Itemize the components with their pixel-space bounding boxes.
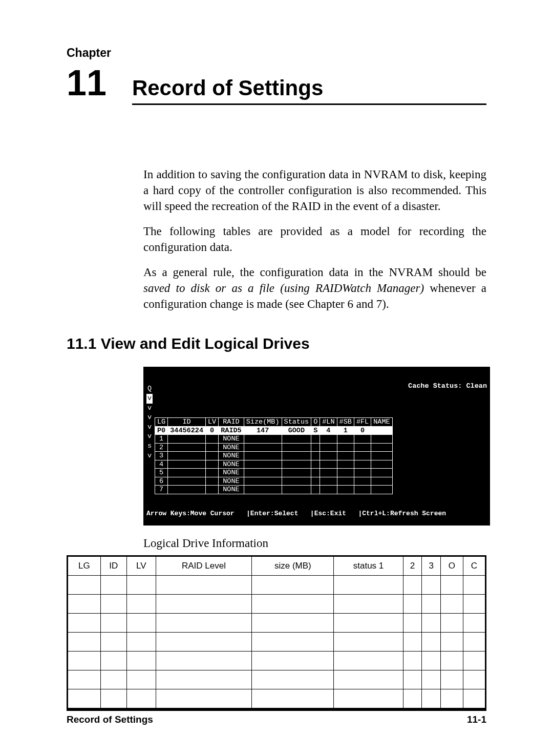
cache-status: Cache Status: Clean bbox=[146, 383, 487, 390]
terminal-cell: 0 bbox=[354, 426, 371, 435]
terminal-cell: 1 bbox=[337, 426, 354, 435]
terminal-screenshot: Cache Status: Clean Qvvvvvsv LGIDLVRAIDS… bbox=[143, 367, 490, 526]
terminal-cell bbox=[371, 477, 392, 486]
record-cell bbox=[127, 652, 156, 670]
record-table: LGIDLVRAID Levelsize (MB)status 123OC bbox=[67, 555, 486, 709]
record-cell bbox=[100, 614, 126, 633]
terminal-col-header: O bbox=[311, 418, 320, 427]
record-cell bbox=[100, 652, 126, 670]
record-cell bbox=[156, 633, 252, 652]
record-cell bbox=[68, 670, 101, 689]
terminal-cell bbox=[371, 486, 392, 494]
record-col-header: O bbox=[440, 556, 463, 576]
chapter-label: Chapter bbox=[67, 46, 486, 60]
record-cell bbox=[252, 652, 334, 670]
record-row bbox=[68, 614, 486, 633]
record-cell bbox=[403, 652, 422, 670]
record-cell bbox=[463, 595, 485, 614]
terminal-side-column: Qvvvvvsv bbox=[146, 384, 153, 460]
terminal-cell: 34456224 bbox=[168, 426, 206, 435]
terminal-cell: NONE bbox=[219, 486, 244, 494]
terminal-cell bbox=[282, 477, 311, 486]
terminal-cell bbox=[371, 435, 392, 444]
record-cell bbox=[440, 595, 463, 614]
record-cell bbox=[156, 595, 252, 614]
record-row bbox=[68, 633, 486, 652]
paragraph-1: In addition to saving the configuration … bbox=[143, 166, 486, 214]
terminal-cell bbox=[311, 460, 320, 469]
terminal-row: 2NONE bbox=[155, 443, 393, 452]
record-cell bbox=[127, 670, 156, 689]
terminal-cell bbox=[168, 435, 206, 444]
record-cell bbox=[440, 576, 463, 595]
chapter-number: 11 bbox=[67, 65, 107, 101]
terminal-cell bbox=[337, 469, 354, 477]
record-cell bbox=[100, 595, 126, 614]
terminal-cell bbox=[311, 469, 320, 477]
terminal-cell bbox=[168, 477, 206, 486]
terminal-cell bbox=[244, 452, 282, 460]
record-row bbox=[68, 670, 486, 689]
record-col-header: 2 bbox=[403, 556, 422, 576]
terminal-cell bbox=[354, 477, 371, 486]
record-cell bbox=[422, 614, 441, 633]
terminal-row: 4NONE bbox=[155, 460, 393, 469]
terminal-row: 3NONE bbox=[155, 452, 393, 460]
terminal-cell bbox=[244, 486, 282, 494]
record-cell bbox=[422, 689, 441, 709]
terminal-cell bbox=[337, 443, 354, 452]
record-cell bbox=[68, 614, 101, 633]
record-cell bbox=[422, 652, 441, 670]
terminal-cell: 4 bbox=[155, 460, 168, 469]
record-col-header: LG bbox=[68, 556, 101, 576]
terminal-col-header: #FL bbox=[354, 418, 371, 427]
record-cell bbox=[403, 689, 422, 709]
terminal-cell bbox=[311, 477, 320, 486]
record-row bbox=[68, 595, 486, 614]
terminal-cell: 0 bbox=[206, 426, 219, 435]
terminal-cell bbox=[206, 460, 219, 469]
chapter-header-row: 11 Record of Settings bbox=[67, 65, 486, 105]
record-cell bbox=[127, 595, 156, 614]
record-cell bbox=[334, 652, 403, 670]
terminal-side-letter: v bbox=[146, 451, 153, 461]
terminal-cell bbox=[244, 435, 282, 444]
terminal-row: 1NONE bbox=[155, 435, 393, 444]
record-cell bbox=[127, 633, 156, 652]
terminal-cell bbox=[311, 452, 320, 460]
terminal-cell bbox=[320, 443, 337, 452]
terminal-cell bbox=[168, 452, 206, 460]
terminal-side-letter: v bbox=[146, 404, 153, 413]
record-cell bbox=[440, 670, 463, 689]
record-row bbox=[68, 689, 486, 709]
record-cell bbox=[440, 614, 463, 633]
section-heading: 11.1 View and Edit Logical Drives bbox=[67, 335, 486, 352]
record-cell bbox=[68, 652, 101, 670]
paragraph-2: The following tables are provided as a m… bbox=[143, 223, 486, 255]
record-cell bbox=[68, 633, 101, 652]
record-cell bbox=[334, 670, 403, 689]
record-cell bbox=[403, 576, 422, 595]
terminal-cell bbox=[282, 460, 311, 469]
terminal-cell: NONE bbox=[219, 435, 244, 444]
terminal-cell bbox=[206, 469, 219, 477]
terminal-cell bbox=[168, 460, 206, 469]
terminal-cell: NONE bbox=[219, 460, 244, 469]
terminal-cell bbox=[206, 443, 219, 452]
terminal-col-header: Size(MB) bbox=[244, 418, 282, 427]
terminal-cell bbox=[282, 452, 311, 460]
record-cell bbox=[422, 576, 441, 595]
table-caption: Logical Drive Information bbox=[143, 537, 486, 550]
record-cell bbox=[252, 633, 334, 652]
terminal-side-letter: v bbox=[146, 394, 153, 404]
terminal-row: 5NONE bbox=[155, 469, 393, 477]
record-cell bbox=[68, 576, 101, 595]
record-cell bbox=[334, 595, 403, 614]
terminal-cell bbox=[311, 443, 320, 452]
record-cell bbox=[68, 689, 101, 709]
terminal-cell bbox=[311, 435, 320, 444]
terminal-cell: 5 bbox=[155, 469, 168, 477]
terminal-cell bbox=[337, 486, 354, 494]
footer-left: Record of Settings bbox=[67, 714, 153, 725]
record-cell bbox=[440, 633, 463, 652]
